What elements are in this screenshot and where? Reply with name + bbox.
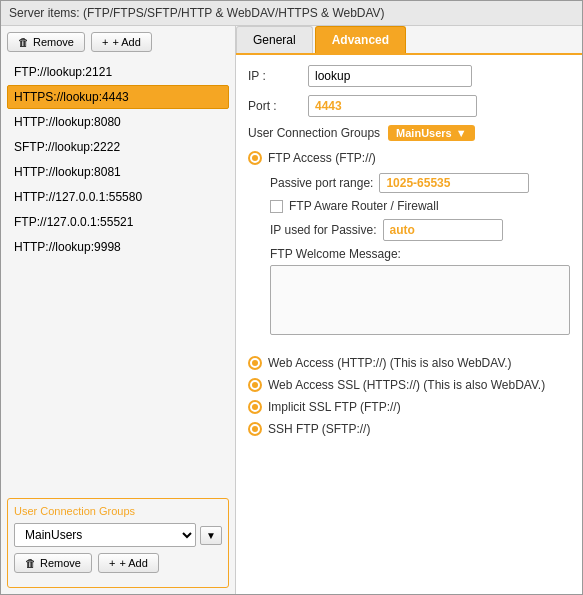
add-icon: +: [102, 36, 108, 48]
ftp-aware-checkbox[interactable]: [270, 200, 283, 213]
server-item[interactable]: HTTPS://lookup:4443: [7, 85, 229, 109]
server-item[interactable]: HTTP://lookup:9998: [7, 235, 229, 259]
server-item[interactable]: HTTP://lookup:8081: [7, 160, 229, 184]
web-access-row: Web Access (HTTP://) (This is also WebDA…: [248, 356, 570, 370]
web-access-label: Web Access (HTTP://) (This is also WebDA…: [268, 356, 512, 370]
port-row: Port :: [248, 95, 570, 117]
ucg-badge[interactable]: MainUsers ▼: [388, 125, 475, 141]
web-access-radio[interactable]: [248, 356, 262, 370]
ip-passive-input[interactable]: [383, 219, 503, 241]
trash-icon-2: 🗑: [25, 557, 36, 569]
ip-passive-row: IP used for Passive:: [270, 219, 570, 241]
ftp-access-row: FTP Access (FTP://): [248, 151, 570, 165]
add-label: + Add: [112, 36, 140, 48]
web-access-ssl-radio[interactable]: [248, 378, 262, 392]
add-icon-2: +: [109, 557, 115, 569]
user-group-select-row: MainUsers ▼: [14, 523, 222, 547]
remove-server-button[interactable]: 🗑 Remove: [7, 32, 85, 52]
ftp-access-label: FTP Access (FTP://): [268, 151, 376, 165]
tab-bar: General Advanced: [236, 26, 582, 55]
user-group-buttons: 🗑 Remove + + Add: [14, 553, 222, 573]
server-item[interactable]: FTP://lookup:2121: [7, 60, 229, 84]
server-item[interactable]: HTTP://lookup:8080: [7, 110, 229, 134]
window-title: Server items: (FTP/FTPS/SFTP/HTTP & WebD…: [9, 6, 385, 20]
tab-content-general: IP : Port : User Connection Groups MainU…: [236, 55, 582, 594]
user-groups-section: User Connection Groups MainUsers ▼ 🗑 Rem…: [7, 498, 229, 588]
ucg-row: User Connection Groups MainUsers ▼: [248, 125, 570, 141]
remove-label: Remove: [33, 36, 74, 48]
passive-port-input[interactable]: [379, 173, 529, 193]
ip-label: IP :: [248, 69, 308, 83]
ip-input[interactable]: [308, 65, 472, 87]
content-area: 🗑 Remove + + Add FTP://lookup:2121 HTTPS…: [1, 26, 582, 594]
top-buttons: 🗑 Remove + + Add: [7, 32, 229, 52]
left-panel: 🗑 Remove + + Add FTP://lookup:2121 HTTPS…: [1, 26, 236, 594]
ucg-arrow-icon: ▼: [456, 127, 467, 139]
welcome-label: FTP Welcome Message:: [270, 247, 570, 261]
ucg-badge-text: MainUsers: [396, 127, 452, 139]
port-label: Port :: [248, 99, 308, 113]
ip-row: IP :: [248, 65, 570, 87]
web-access-ssl-row: Web Access SSL (HTTPS://) (This is also …: [248, 378, 570, 392]
port-input[interactable]: [308, 95, 477, 117]
ftp-access-radio[interactable]: [248, 151, 262, 165]
ucg-label: User Connection Groups: [248, 126, 380, 140]
user-group-arrow-button[interactable]: ▼: [200, 526, 222, 545]
welcome-textarea[interactable]: [270, 265, 570, 335]
remove-group-label: Remove: [40, 557, 81, 569]
main-window: Server items: (FTP/FTPS/SFTP/HTTP & WebD…: [0, 0, 583, 595]
tab-general[interactable]: General: [236, 26, 313, 53]
user-groups-title: User Connection Groups: [14, 505, 222, 517]
ftp-options: Passive port range: FTP Aware Router / F…: [248, 173, 570, 338]
ssh-ftp-row: SSH FTP (SFTP://): [248, 422, 570, 436]
server-list: FTP://lookup:2121 HTTPS://lookup:4443 HT…: [7, 60, 229, 490]
ip-passive-label: IP used for Passive:: [270, 223, 377, 237]
title-bar: Server items: (FTP/FTPS/SFTP/HTTP & WebD…: [1, 1, 582, 26]
implicit-ssl-row: Implicit SSL FTP (FTP://): [248, 400, 570, 414]
add-group-label: + Add: [119, 557, 147, 569]
web-access-ssl-label: Web Access SSL (HTTPS://) (This is also …: [268, 378, 545, 392]
implicit-ssl-radio[interactable]: [248, 400, 262, 414]
trash-icon: 🗑: [18, 36, 29, 48]
user-group-select[interactable]: MainUsers: [14, 523, 196, 547]
passive-port-label: Passive port range:: [270, 176, 373, 190]
right-panel: General Advanced IP : Port : User Connec…: [236, 26, 582, 594]
ftp-aware-label: FTP Aware Router / Firewall: [289, 199, 439, 213]
ftp-aware-row: FTP Aware Router / Firewall: [270, 199, 570, 213]
ssh-ftp-label: SSH FTP (SFTP://): [268, 422, 370, 436]
remove-group-button[interactable]: 🗑 Remove: [14, 553, 92, 573]
server-item[interactable]: FTP://127.0.0.1:55521: [7, 210, 229, 234]
passive-port-row: Passive port range:: [270, 173, 570, 193]
server-item[interactable]: HTTP://127.0.0.1:55580: [7, 185, 229, 209]
add-server-button[interactable]: + + Add: [91, 32, 152, 52]
tab-advanced[interactable]: Advanced: [315, 26, 406, 53]
ssh-ftp-radio[interactable]: [248, 422, 262, 436]
implicit-ssl-label: Implicit SSL FTP (FTP://): [268, 400, 401, 414]
server-item[interactable]: SFTP://lookup:2222: [7, 135, 229, 159]
add-group-button[interactable]: + + Add: [98, 553, 159, 573]
